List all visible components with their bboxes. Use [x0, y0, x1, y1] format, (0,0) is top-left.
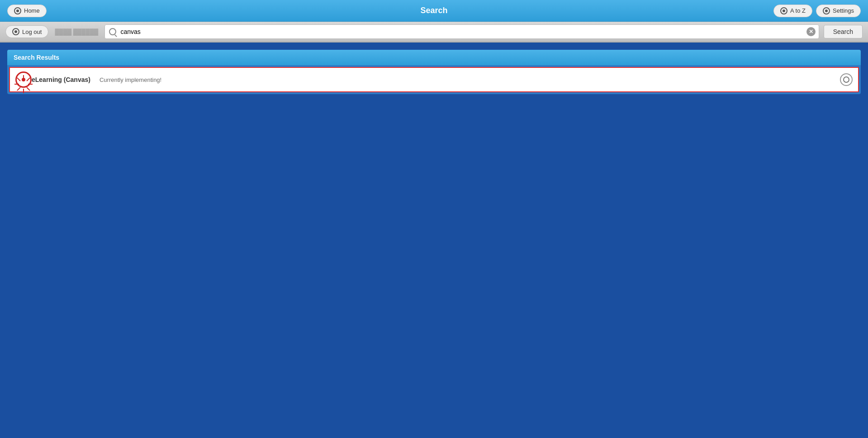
atoz-button[interactable]: A to Z	[773, 5, 812, 17]
settings-icon	[823, 7, 830, 14]
atoz-button-label: A to Z	[790, 7, 806, 14]
result-item-description: Currently implementing!	[100, 76, 835, 83]
search-results-title: Search Results	[14, 54, 59, 61]
search-results-header: Search Results	[7, 50, 861, 65]
main-content: Search Results eLearning (Canvas) Curren…	[0, 43, 868, 101]
result-item-name: eLearning (Canvas)	[32, 76, 90, 83]
home-icon	[14, 7, 21, 14]
search-input[interactable]	[104, 24, 819, 39]
clear-search-button[interactable]: ✕	[806, 27, 816, 36]
nav-right: A to Z Settings	[773, 5, 861, 17]
nav-center: Search	[420, 6, 447, 15]
search-magnifier-icon	[109, 28, 116, 35]
logout-icon	[12, 28, 19, 35]
search-input-wrapper: ✕	[104, 24, 819, 39]
top-nav-bar: Home Search A to Z Settings	[0, 0, 868, 22]
search-submit-button[interactable]: Search	[824, 25, 863, 38]
page-title: Search	[420, 6, 447, 15]
search-toolbar: Log out ████ ██████ ✕ Search	[0, 22, 868, 43]
search-submit-label: Search	[833, 28, 853, 35]
nav-left: Home	[7, 5, 47, 17]
logout-button[interactable]: Log out	[5, 25, 48, 38]
gear-icon	[843, 76, 849, 83]
logout-button-label: Log out	[22, 29, 42, 35]
search-results-section: Search Results eLearning (Canvas) Curren…	[7, 50, 861, 94]
elearning-canvas-icon	[15, 71, 32, 88]
result-item[interactable]: eLearning (Canvas) Currently implementin…	[9, 67, 859, 92]
result-item-settings-button[interactable]	[840, 73, 853, 86]
settings-button-label: Settings	[833, 7, 854, 14]
home-button-label: Home	[24, 7, 40, 14]
home-button[interactable]: Home	[7, 5, 47, 17]
user-label: ████ ██████	[55, 29, 100, 35]
atoz-icon	[780, 7, 787, 14]
settings-button[interactable]: Settings	[816, 5, 861, 17]
